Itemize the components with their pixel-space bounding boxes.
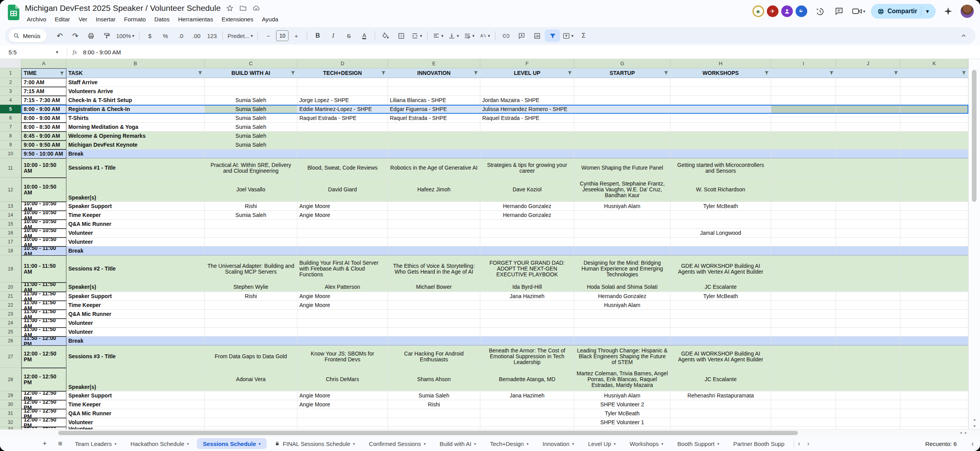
menu-ver[interactable]: Ver [75, 15, 91, 24]
cell-G21[interactable]: Hernando Gonzalez [574, 292, 671, 301]
sheet-tab-menu-caret[interactable]: ▾ [474, 442, 476, 446]
cell-K14[interactable] [900, 211, 968, 220]
cell-I20[interactable] [771, 283, 836, 292]
cell-K10[interactable] [900, 149, 968, 158]
cell-H21[interactable]: Tyler McBeath [671, 292, 771, 301]
cell-K17[interactable] [900, 238, 968, 246]
italic-button[interactable]: I [325, 29, 341, 42]
fill-color-button[interactable] [378, 29, 393, 42]
collaborator-avatar[interactable]: ✈ [767, 5, 778, 17]
cell-K4[interactable] [900, 96, 968, 105]
cell-I14[interactable] [771, 211, 836, 220]
cell-G6[interactable] [574, 114, 671, 123]
row-header-26[interactable]: 26 [0, 337, 21, 345]
column-header-B[interactable]: B [66, 59, 205, 68]
cell-C24[interactable] [205, 319, 297, 328]
row-header-19[interactable]: 19 [0, 255, 21, 283]
cell-I15[interactable] [771, 220, 836, 229]
cell-B5[interactable]: Registration & Check-In [66, 105, 205, 114]
cell-J31[interactable] [836, 409, 900, 418]
row-header-8[interactable]: 8 [0, 132, 21, 141]
row-header-29[interactable]: 29 [0, 391, 21, 400]
cell-J10[interactable] [836, 149, 900, 158]
cell-I2[interactable] [771, 78, 836, 87]
cell-J12[interactable] [836, 178, 900, 202]
cell-A24[interactable]: 11:00 - 11:50 AM [21, 319, 66, 328]
cell-J14[interactable] [836, 211, 900, 220]
sheet-tab-hackathon-schedule[interactable]: Hackathon Schedule▾ [124, 438, 195, 449]
cell-E10[interactable] [388, 149, 480, 158]
cell-K28[interactable] [900, 368, 968, 391]
cell-C14[interactable]: Sumia Saleh [205, 211, 297, 220]
row-header-17[interactable]: 17 [0, 238, 21, 246]
cell-G27[interactable]: Leading Through Change: Hispanic & Black… [574, 345, 671, 368]
cell-A14[interactable]: 10:00 - 10:50 AM [21, 211, 66, 220]
cell-E16[interactable] [388, 229, 480, 238]
cell-A29[interactable]: 12:00 - 12:50 PM [21, 391, 66, 400]
zoom-select[interactable]: 100%▾ [114, 29, 136, 42]
cell-D9[interactable] [297, 141, 388, 149]
cloud-status-icon[interactable] [252, 4, 260, 12]
column-header-A[interactable]: A [21, 59, 66, 68]
cell-B21[interactable]: Speaker Support [66, 292, 205, 301]
sheet-tab-workshops[interactable]: Workshops▾ [624, 438, 670, 449]
horizontal-scrollbar[interactable]: ◂▸ [0, 429, 980, 436]
collaborator-avatar[interactable]: ◉ [752, 5, 764, 17]
cell-I16[interactable] [771, 229, 836, 238]
cell-G32[interactable]: SHPE Volunteer 1 [574, 418, 671, 427]
cell-H20[interactable]: JC Escalante [671, 283, 771, 292]
cell-A10[interactable]: 9:50 - 10:00 AM [21, 149, 66, 158]
font-size-decrease-button[interactable]: − [261, 29, 276, 42]
cell-F7[interactable] [480, 123, 574, 132]
cell-C18[interactable] [205, 246, 297, 255]
cell-H14[interactable] [671, 211, 771, 220]
cell-I29[interactable] [771, 391, 836, 400]
cell-F23[interactable] [480, 310, 574, 319]
cell-F15[interactable] [480, 220, 574, 229]
cell-I13[interactable] [771, 202, 836, 211]
cell-B18[interactable]: Break [66, 246, 205, 255]
cell-H23[interactable] [671, 310, 771, 319]
insert-comment-button[interactable] [514, 29, 529, 42]
row-header-13[interactable]: 13 [0, 202, 21, 211]
cell-K6[interactable] [900, 114, 968, 123]
cell-H16[interactable]: Jamal Longwood [671, 229, 771, 238]
cell-B16[interactable]: Volunteer [66, 229, 205, 238]
paint-format-button[interactable] [99, 29, 114, 42]
version-history-icon[interactable] [813, 4, 827, 18]
cell-B2[interactable]: Staff Arrive [66, 78, 205, 87]
cell-C12[interactable]: Joel Vasallo [205, 178, 297, 202]
cell-A11[interactable]: 10:00 - 10:50 AM [21, 158, 66, 178]
cell-E7[interactable] [388, 123, 480, 132]
cell-J16[interactable] [836, 229, 900, 238]
cell-B29[interactable]: Speaker Support [66, 391, 205, 400]
print-button[interactable] [83, 29, 99, 42]
cell-K8[interactable] [900, 132, 968, 141]
cell-K3[interactable] [900, 87, 968, 96]
selection-count-badge[interactable]: Recuento: 6 [925, 441, 957, 447]
cell-C29[interactable] [205, 391, 297, 400]
format-currency-button[interactable]: $ [142, 29, 158, 42]
cell-I3[interactable] [771, 87, 836, 96]
sheet-tab-tech-design[interactable]: Tech+Design▾ [484, 438, 535, 449]
redo-button[interactable]: ↷ [68, 29, 83, 42]
column-header-K[interactable]: K [900, 59, 968, 68]
cell-H6[interactable] [671, 114, 771, 123]
cell-K26[interactable] [900, 337, 968, 345]
cell-D2[interactable] [297, 78, 388, 87]
cell-H13[interactable]: Tyler McBeath [671, 202, 771, 211]
cell-G30[interactable]: SHPE Volunteer 2 [574, 400, 671, 409]
undo-button[interactable]: ↶ [52, 29, 68, 42]
filter-icon[interactable] [664, 71, 669, 76]
cell-C15[interactable] [205, 220, 297, 229]
cell-F16[interactable] [480, 229, 574, 238]
cell-G3[interactable] [574, 87, 671, 96]
cell-C4[interactable]: Sumia Saleh [205, 96, 297, 105]
cell-F4[interactable]: Jordan Mazaira - SHPE [480, 96, 574, 105]
cell-J1[interactable] [836, 68, 900, 78]
cell-K12[interactable] [900, 178, 968, 202]
cell-B8[interactable]: Welcome & Opening Remarks [66, 132, 205, 141]
cell-G13[interactable]: Husniyah Alam [574, 202, 671, 211]
column-header-C[interactable]: C [205, 59, 297, 68]
cell-B15[interactable]: Q&A Mic Runner [66, 220, 205, 229]
